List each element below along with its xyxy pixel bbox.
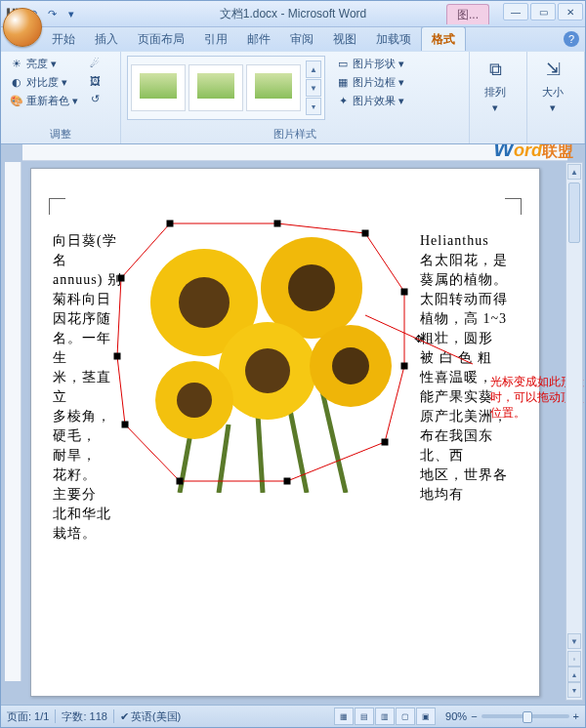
qat-more-icon[interactable]: ▾ (63, 6, 79, 21)
status-words[interactable]: 字数: 118 (62, 709, 106, 724)
change-icon[interactable]: 🖼 (85, 73, 105, 89)
vertical-ruler[interactable] (5, 162, 21, 681)
next-page-icon[interactable]: ▾ (567, 682, 581, 698)
svg-point-9 (177, 383, 212, 418)
arrange-icon: ⧉ (481, 56, 509, 83)
ribbon: ☀亮度 ▾ ◐对比度 ▾ 🎨重新着色 ▾ ☄ 🖼 ↺ 调整 ▲▼▾ (1, 51, 585, 144)
zoom-out-icon[interactable]: − (471, 710, 477, 722)
style-gallery[interactable]: ▲▼▾ (127, 56, 325, 120)
vertical-scrollbar[interactable]: ▲ ▼ ◦ ▴ ▾ (565, 162, 583, 701)
tab-review[interactable]: 审阅 (280, 27, 323, 51)
tab-home[interactable]: 开始 (42, 27, 85, 51)
compress-icon[interactable]: ☄ (85, 56, 105, 71)
group-adjust: ☀亮度 ▾ ◐对比度 ▾ 🎨重新着色 ▾ ☄ 🖼 ↺ 调整 (1, 52, 121, 143)
reset-icon[interactable]: ↺ (85, 91, 105, 106)
spellcheck-icon[interactable]: ✔ (120, 710, 129, 723)
brightness-button[interactable]: ☀亮度 ▾ (7, 56, 81, 72)
document-area: www.wordlm.com Word联盟 向日葵(学名 annuus) 别 菊… (1, 144, 585, 705)
minimize-button[interactable]: — (503, 3, 528, 20)
picture-effects-button[interactable]: ✦图片效果 ▾ (333, 93, 407, 109)
contrast-icon: ◐ (10, 76, 23, 90)
status-page[interactable]: 页面: 1/1 (7, 709, 49, 724)
tab-layout[interactable]: 页面布局 (128, 27, 194, 51)
effects-icon: ✦ (336, 95, 350, 108)
window-title: 文档1.docx - Microsoft Word (1, 6, 585, 22)
ribbon-tab-row: 开始 插入 页面布局 引用 邮件 审阅 视图 加载项 格式 ? (1, 27, 585, 51)
status-bar: 页面: 1/1 字数: 118 ✔ 英语(美国) ▦▤▥▢▣ 90% − + (1, 705, 585, 727)
prev-page-icon[interactable]: ▴ (567, 667, 581, 682)
size-button[interactable]: ⇲ 大小▾ (533, 56, 572, 114)
contrast-button[interactable]: ◐对比度 ▾ (7, 74, 81, 91)
page[interactable]: 向日葵(学名 annuus) 别 菊科向日 因花序随 名。一年生 米，茎直立 多… (30, 168, 540, 697)
border-icon: ▦ (336, 76, 350, 90)
sun-icon: ☀ (10, 58, 23, 71)
tab-format[interactable]: 格式 (421, 26, 466, 51)
tab-references[interactable]: 引用 (194, 27, 237, 51)
recolor-button[interactable]: 🎨重新着色 ▾ (7, 93, 81, 109)
tab-addins[interactable]: 加载项 (366, 27, 421, 51)
gallery-scroll[interactable]: ▲▼▾ (306, 61, 321, 115)
svg-point-1 (179, 277, 230, 328)
zoom-slider[interactable] (481, 714, 569, 718)
group-picture-styles: ▲▼▾ ▭图片形状 ▾ ▦图片边框 ▾ ✦图片效果 ▾ 图片样式 (121, 52, 470, 143)
redo-icon[interactable]: ↷ (44, 6, 60, 21)
svg-line-11 (365, 315, 473, 364)
group-arrange: ⧉ 排列▾ (470, 52, 527, 143)
crop-icon: ⇲ (539, 56, 566, 83)
view-buttons[interactable]: ▦▤▥▢▣ (334, 708, 436, 725)
contextual-tab-label[interactable]: 图... (446, 4, 489, 24)
tab-insert[interactable]: 插入 (85, 27, 128, 51)
status-language[interactable]: 英语(美国) (131, 709, 181, 724)
picture-border-button[interactable]: ▦图片边框 ▾ (333, 74, 407, 91)
scroll-up-icon[interactable]: ▲ (567, 164, 581, 180)
restore-button[interactable]: ▭ (530, 3, 556, 20)
style-thumb[interactable] (246, 64, 301, 111)
horizontal-ruler[interactable] (22, 144, 567, 161)
picture-shape-button[interactable]: ▭图片形状 ▾ (333, 56, 407, 72)
document-content[interactable]: 向日葵(学名 annuus) 别 菊科向日 因花序随 名。一年生 米，茎直立 多… (53, 208, 518, 676)
svg-point-5 (245, 348, 290, 393)
group-adjust-label: 调整 (7, 126, 114, 142)
title-bar: 💾 ↶ ↷ ▾ 文档1.docx - Microsoft Word 图... —… (1, 1, 585, 27)
tab-view[interactable]: 视图 (323, 27, 366, 51)
window-controls: — ▭ ✕ (503, 3, 583, 20)
help-icon[interactable]: ? (564, 31, 579, 47)
browse-object-icon[interactable]: ◦ (567, 651, 581, 667)
tab-mail[interactable]: 邮件 (237, 27, 280, 51)
app-window: 💾 ↶ ↷ ▾ 文档1.docx - Microsoft Word 图... —… (0, 0, 586, 728)
watermark: www.wordlm.com Word联盟 (493, 144, 573, 162)
scroll-thumb[interactable] (568, 182, 580, 243)
svg-point-3 (288, 264, 335, 311)
palette-icon: 🎨 (10, 95, 23, 108)
shape-icon: ▭ (336, 58, 350, 71)
arrange-button[interactable]: ⧉ 排列▾ (476, 56, 515, 114)
scroll-down-icon[interactable]: ▼ (567, 633, 581, 649)
office-button[interactable] (3, 8, 42, 47)
zoom-level[interactable]: 90% (445, 710, 467, 722)
group-size: ⇲ 大小▾ (527, 52, 585, 143)
style-thumb[interactable] (131, 64, 186, 111)
style-thumb[interactable] (188, 64, 243, 111)
group-styles-label: 图片样式 (127, 126, 463, 142)
close-button[interactable]: ✕ (558, 3, 583, 20)
zoom-in-icon[interactable]: + (573, 710, 579, 722)
annotation-arrow (356, 305, 492, 374)
